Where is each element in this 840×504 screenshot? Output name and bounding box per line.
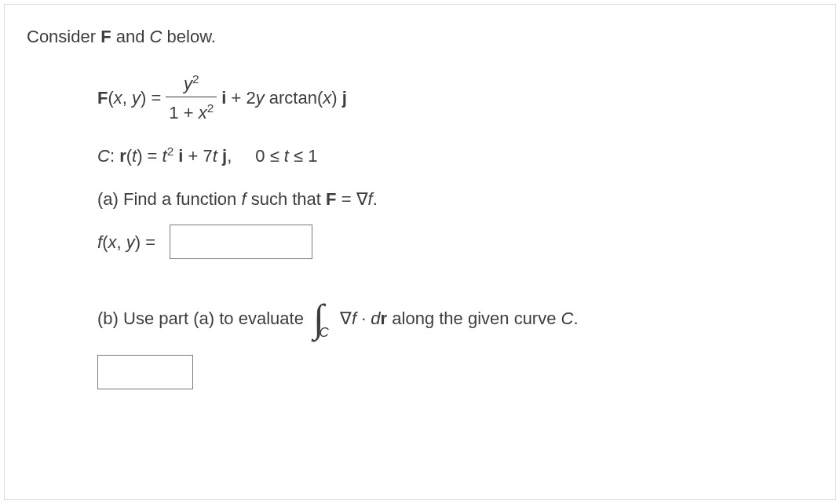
b-grad: ∇	[340, 309, 352, 328]
intro-suffix: below.	[162, 27, 216, 46]
part-b-text: (b) Use part (a) to evaluate ∫C ∇f · dr …	[97, 298, 813, 338]
answer-input-a[interactable]	[170, 225, 312, 259]
F-j: j	[342, 88, 347, 108]
F-denominator: 1 + x2	[166, 97, 217, 126]
fxy-x: x	[108, 232, 116, 252]
F-label: F	[97, 88, 108, 108]
integral-sub: C	[320, 323, 329, 343]
C-label: C	[97, 146, 110, 166]
b-C: C	[561, 309, 574, 328]
equation-C: C: r(t) = t2 i + 7t j, 0 ≤ t ≤ 1	[97, 142, 813, 169]
intro-line: Consider F and C below.	[27, 24, 813, 49]
a-dot: .	[373, 189, 378, 209]
intro-C: C	[150, 27, 163, 46]
C-exp2: 2	[167, 144, 174, 158]
part-a-answer-row: f(x, y) =	[97, 225, 813, 259]
body: F(x, y) = y2 1 + x2 i + 2y arctan(x) j C…	[27, 70, 813, 389]
C-colon: :	[110, 146, 119, 166]
F-x: x	[114, 88, 122, 108]
a-F: F	[326, 189, 336, 209]
intro-F: F	[100, 27, 111, 46]
F-den-pre: 1 +	[169, 102, 198, 122]
F-comma: ,	[122, 88, 132, 108]
a-mid: such that	[247, 189, 327, 209]
C-range1: 0 ≤	[255, 146, 284, 166]
F-lparen: (	[108, 88, 113, 108]
question-container: Consider F and C below. F(x, y) = y2 1 +…	[4, 4, 836, 500]
F-y: y	[132, 88, 141, 108]
b-r: r	[381, 309, 388, 328]
part-a-text: (a) Find a function f such that F = ∇f.	[97, 186, 813, 212]
equation-F: F(x, y) = y2 1 + x2 i + 2y arctan(x) j	[97, 70, 813, 125]
intro-mid: and	[111, 27, 150, 46]
part-b-answer-row	[97, 355, 813, 389]
F-den-exp: 2	[207, 101, 214, 115]
F-plus2y: + 2	[226, 88, 255, 108]
F-num-exp: 2	[192, 72, 199, 86]
C-r: r	[119, 146, 126, 166]
F-num-y: y	[184, 74, 192, 93]
F-close-eq: ) =	[141, 88, 161, 108]
F-den-x: x	[199, 102, 207, 122]
a-eq-grad: = ∇	[337, 189, 368, 209]
C-t3: t	[213, 146, 217, 166]
F-fraction: y2 1 + x2	[166, 70, 217, 125]
C-lparen: (	[126, 146, 132, 166]
F-x3: x	[323, 88, 331, 108]
question-content: Consider F and C below. F(x, y) = y2 1 +…	[5, 5, 835, 425]
F-numerator: y2	[181, 70, 203, 97]
F-rparen: )	[331, 88, 341, 108]
b-tail: along the given curve	[387, 309, 561, 328]
b-d: d	[371, 309, 380, 328]
fxy-comma: ,	[116, 232, 126, 252]
b-dot: ·	[356, 309, 371, 328]
b-prefix: (b) Use part (a) to evaluate	[97, 305, 304, 331]
C-plus7: + 7	[183, 146, 212, 166]
F-y2: y	[256, 88, 265, 108]
intro-prefix: Consider	[27, 27, 100, 46]
b-period: .	[573, 309, 578, 328]
integral-symbol: ∫C	[313, 298, 334, 338]
C-comma: ,	[227, 146, 232, 166]
C-range2: ≤ 1	[289, 146, 318, 166]
a-prefix: (a) Find a function	[97, 189, 241, 209]
C-close-eq: ) =	[137, 146, 162, 166]
fxy-y: y	[126, 232, 135, 252]
fxy-close: ) =	[135, 232, 155, 252]
answer-input-b[interactable]	[97, 355, 193, 389]
F-arctan: arctan(	[265, 88, 323, 108]
